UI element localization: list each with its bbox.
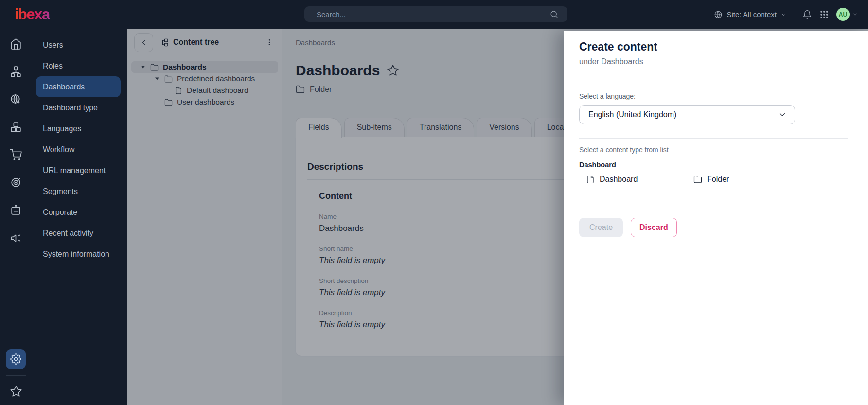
folder-icon [693,175,702,184]
badge-icon[interactable] [0,196,32,224]
content-type-options: Dashboard Folder [579,175,794,184]
content-type-option-folder[interactable]: Folder [693,175,794,184]
create-button[interactable]: Create [579,218,623,237]
rail-divider [6,375,26,376]
search-input[interactable] [317,10,549,18]
file-icon [586,175,595,184]
chevron-down-icon [852,11,858,18]
sidebar-item-system-information[interactable]: System information [36,244,121,264]
language-select[interactable]: English (United Kingdom) [579,105,795,124]
user-menu[interactable]: AU [836,8,858,21]
sidebar-item-workflow[interactable]: Workflow [36,139,121,160]
sitemap-icon[interactable] [0,58,32,86]
content-type-option-dashboard[interactable]: Dashboard [586,175,687,184]
topbar-divider [795,8,795,21]
globe-pointer-icon[interactable] [0,86,32,113]
settings-gear-icon[interactable] [6,349,26,369]
sidebar-item-recent-activity[interactable]: Recent activity [36,223,121,244]
panel-divider [564,79,868,79]
content-type-group-label: Dashboard [579,161,794,169]
sidebar-item-url-management[interactable]: URL management [36,160,121,181]
home-icon[interactable] [0,30,32,58]
topbar-right: Site: All context AU [714,0,858,29]
sidebar-item-dashboard-type[interactable]: Dashboard type [36,97,121,118]
sidebar-item-dashboards[interactable]: Dashboards [36,76,121,97]
create-content-panel: Create content under Dashboards Select a… [564,31,868,405]
notifications-bell-icon[interactable] [802,10,812,19]
chevron-down-icon [778,110,787,119]
language-selected-value: English (United Kingdom) [588,110,778,119]
global-search[interactable] [304,6,567,22]
sidebar-item-segments[interactable]: Segments [36,181,121,202]
products-icon[interactable] [0,113,32,141]
topbar: ibexa Site: All context [0,0,868,29]
site-context-selector[interactable]: Site: All context [714,10,787,19]
ibexa-admin-screen: ibexa Site: All context [0,0,868,405]
panel-divider [579,138,848,139]
sidebar-menu: Users Roles Dashboards Dashboard type La… [32,29,127,405]
favorites-star-icon[interactable] [0,382,32,401]
personalization-target-icon[interactable] [0,169,32,196]
announcement-icon[interactable] [0,224,32,252]
chevron-down-icon [780,11,787,18]
language-label: Select a language: [579,92,794,100]
sidebar-item-languages[interactable]: Languages [36,118,121,139]
content-type-option-label: Dashboard [600,175,638,184]
sidebar-item-users[interactable]: Users [36,35,121,55]
apps-grid-icon[interactable] [819,10,829,19]
avatar[interactable]: AU [836,8,850,21]
sidebar-item-corporate[interactable]: Corporate [36,202,121,223]
content-type-list-label: Select a content type from list [579,146,794,154]
content-type-option-label: Folder [707,175,729,184]
create-content-subtitle: under Dashboards [579,57,794,66]
icon-rail [0,29,32,405]
search-icon[interactable] [549,10,559,19]
create-content-title: Create content [579,40,794,53]
discard-button[interactable]: Discard [631,218,677,237]
cart-icon[interactable] [0,141,32,169]
ibexa-logo[interactable]: ibexa [15,6,50,23]
sidebar-item-roles[interactable]: Roles [36,55,121,76]
site-context-label: Site: All context [726,10,777,18]
globe-icon [714,10,723,19]
